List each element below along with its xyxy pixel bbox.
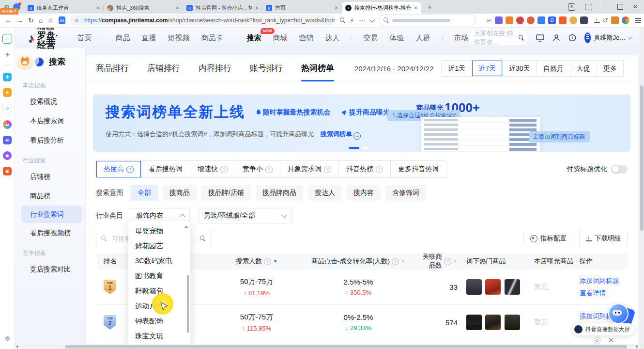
range-natural-month[interactable]: 自然月 <box>537 61 570 76</box>
sidebar-item-competitor-compare[interactable]: 竞店搜索对比 <box>15 259 85 279</box>
dropdown-option-3c[interactable]: 3C数码家电 <box>128 254 190 269</box>
chip-concrete-demand[interactable]: 具象需求词? <box>280 161 339 177</box>
vertical-scrollbar[interactable] <box>640 27 644 344</box>
more-tools-icon[interactable]: ⋯ <box>359 17 366 24</box>
assistant-tooltip[interactable]: 抖音直播数据大屏 <box>572 323 635 335</box>
ai-assistant-icon[interactable]: AI <box>59 16 65 24</box>
intent-goods[interactable]: 搜商品 <box>163 185 197 201</box>
add-word-to-title-link[interactable]: 添加词到标题 <box>580 275 628 287</box>
metric-config-button[interactable]: 指标配置 <box>523 231 573 246</box>
sidebar-item-search-overview[interactable]: 搜索概况 <box>15 92 85 111</box>
menu-icon[interactable] <box>635 20 641 21</box>
back-button[interactable]: ← <box>5 17 12 24</box>
category-secondary-select[interactable]: 男装/羽绒服/全部 <box>199 208 291 223</box>
chip-douyin-hot[interactable]: 抖音热榜? <box>339 161 391 177</box>
history-undo-icon[interactable]: ↺ <box>603 17 608 24</box>
extension-icon[interactable] <box>516 16 524 24</box>
view-detail-link[interactable]: 查看详情 <box>580 287 628 299</box>
fox-helper-widget[interactable] <box>17 55 33 68</box>
rail-star-app-icon[interactable]: ★ <box>3 88 12 97</box>
mail-extension-icon[interactable] <box>537 16 545 24</box>
sort-icon[interactable]: ▼ <box>401 259 405 264</box>
tab-account-rank[interactable]: 账号排行 <box>250 55 283 81</box>
extension-game-icon[interactable] <box>506 16 513 24</box>
tab-shop-rank[interactable]: 店铺排行 <box>147 55 180 81</box>
intent-brand-shop[interactable]: 搜品牌/店铺 <box>201 185 251 201</box>
dropdown-option-jewelry[interactable]: 珠宝文玩 <box>128 329 190 344</box>
scroll-up-icon[interactable] <box>184 225 188 228</box>
assistant-settings-gear-icon[interactable] <box>594 337 601 344</box>
chip-hot-active[interactable]: 热度高? <box>96 161 141 177</box>
scroll-right-icon[interactable] <box>636 345 638 348</box>
chip-low-competition[interactable]: 竞争小? <box>235 161 280 177</box>
tab-count-button[interactable]: 5 <box>568 3 575 11</box>
range-30d[interactable]: 近30天 <box>502 61 537 76</box>
product-thumb[interactable] <box>466 315 482 330</box>
dropdown-option-books[interactable]: 图书教育 <box>128 269 190 284</box>
extension-icon[interactable] <box>559 16 567 24</box>
browser-tab[interactable]: [] 首页 ✕ <box>262 2 342 14</box>
nav-experience[interactable]: 体验 <box>390 33 404 43</box>
intent-all-active[interactable]: 全部 <box>131 185 158 201</box>
bookmark-icon[interactable]: ☆ <box>47 17 54 24</box>
home-icon[interactable]: ⌂ <box>2 34 12 44</box>
range-more[interactable]: 更多 <box>597 61 623 76</box>
nav-live[interactable]: 直播 <box>142 33 156 43</box>
browser-tab[interactable]: 抖店_360搜索 ✕ <box>104 2 183 14</box>
intent-talent[interactable]: 搜达人 <box>308 185 342 201</box>
nav-market[interactable]: 市场 <box>454 33 469 43</box>
dropdown-scrollbar-thumb[interactable] <box>187 275 189 333</box>
scroll-left-icon[interactable] <box>16 345 18 348</box>
info-icon[interactable] <box>568 34 576 42</box>
sidebar-item-watch-search-video-rank[interactable]: 看后搜视频榜 <box>15 223 85 242</box>
briefcase-icon[interactable] <box>611 16 619 24</box>
nav-marketing[interactable]: 营销 <box>299 33 314 43</box>
rail-ai-blue-icon[interactable]: AI <box>3 136 12 144</box>
rail-game-app-icon[interactable]: ▣ <box>3 167 12 175</box>
product-thumb[interactable] <box>505 279 520 295</box>
nav-goods-card[interactable]: 商品卡 <box>201 33 223 43</box>
col-conversion[interactable]: 商品点击-成交转化率(人数)?▼ <box>300 257 416 266</box>
address-bar[interactable]: https://compass.jinritemai.com/shop/chan… <box>70 15 335 26</box>
product-thumb[interactable] <box>466 279 482 295</box>
extension-icon[interactable] <box>527 16 535 24</box>
dog-extension-icon[interactable] <box>569 16 577 24</box>
profile-wheel-icon[interactable] <box>622 16 629 24</box>
browser-tab-active[interactable]: ♪ 搜索排行-热词榜单-抖音电商 ✕ <box>342 2 421 14</box>
assistant-close-icon[interactable]: ✕ <box>608 336 614 344</box>
product-thumb[interactable] <box>505 315 520 330</box>
horizontal-scrollbar[interactable] <box>15 344 640 349</box>
tab-close-icon[interactable]: ✕ <box>176 5 180 11</box>
chevron-down-icon[interactable] <box>369 17 375 22</box>
maximize-button[interactable] <box>617 4 623 10</box>
sidebar-item-goods-rank[interactable]: 商品榜 <box>15 186 85 206</box>
range-7d-active[interactable]: 近7天 <box>472 61 502 76</box>
col-related-goods[interactable]: 关联商品数?▼ <box>416 253 458 270</box>
nav-mall[interactable]: 商城 <box>273 33 288 43</box>
nav-audience[interactable]: 人群 <box>416 33 430 43</box>
banner-link[interactable]: 搜索词榜单→ <box>321 130 361 138</box>
window-close-button[interactable]: ✕ <box>633 3 638 10</box>
col-search-count[interactable]: 搜索人数?▼ <box>213 257 300 266</box>
forward-button[interactable]: → <box>16 17 23 24</box>
vertical-scrollbar-thumb[interactable] <box>640 85 644 231</box>
user-icon[interactable] <box>552 34 560 42</box>
quick-search-box[interactable] <box>379 15 476 26</box>
nav-home[interactable]: 首页 <box>77 33 92 43</box>
dropdown-option-flowers[interactable]: 鲜花园艺 <box>128 238 190 254</box>
rail-graph-app-icon[interactable]: ⁘ <box>2 104 12 113</box>
screenshot-scissors-icon[interactable]: ✂ <box>487 17 492 24</box>
search-submit-button[interactable] <box>195 231 211 246</box>
browser-tab[interactable]: [] 服务商工作台 ✕ <box>24 2 104 14</box>
nav-goods[interactable]: 商品 <box>116 33 130 43</box>
rail-app-icon[interactable]: ✚ <box>3 73 12 81</box>
puzzle-extension-icon[interactable] <box>580 16 588 24</box>
rail-purple-app-icon[interactable]: ◉ <box>3 151 12 160</box>
theme-skin-icon[interactable] <box>585 4 592 10</box>
assistant-robot-avatar[interactable] <box>608 303 629 324</box>
sort-icon[interactable]: ▼ <box>453 259 458 264</box>
tab-hot-words-active[interactable]: 热词榜单 <box>301 55 334 81</box>
add-icon[interactable]: ＋ <box>3 50 12 59</box>
intent-content[interactable]: 搜内容 <box>347 185 381 201</box>
sidebar-item-industry-search-words[interactable]: 行业搜索词 <box>21 206 82 223</box>
